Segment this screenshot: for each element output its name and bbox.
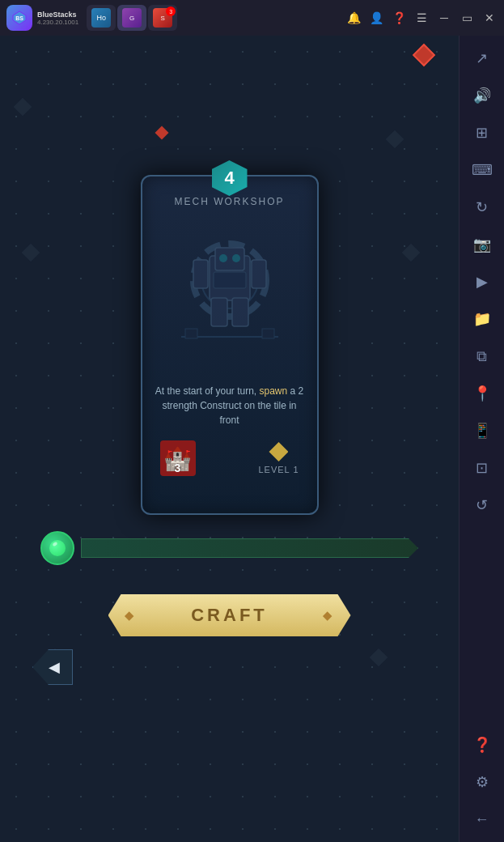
progress-orb-inner	[49, 540, 66, 556]
video-icon[interactable]: ▶	[466, 266, 498, 298]
card-artwork	[157, 215, 303, 377]
gamepad-icon[interactable]: ⊞	[466, 117, 498, 149]
svg-rect-19	[262, 329, 274, 338]
level-text: LEVEL 1	[258, 465, 299, 474]
svg-rect-16	[232, 298, 248, 326]
notification-badge: 3	[166, 6, 176, 16]
tab-list: Ho G S 3	[87, 5, 177, 31]
help-sidebar-icon[interactable]: ❓	[466, 729, 498, 761]
svg-point-11	[232, 254, 240, 262]
strength-badge: 🏰 3	[160, 440, 196, 476]
description-text-before: At the start of your turn,	[155, 385, 260, 397]
card-art-svg	[165, 223, 294, 369]
settings-icon[interactable]: ⚙	[466, 766, 498, 798]
app-name: BlueStacks	[37, 11, 78, 19]
card-description: At the start of your turn, spawn a 2 str…	[152, 377, 307, 434]
bluestacks-logo: BS	[6, 5, 32, 31]
cursor-icon[interactable]: ↗	[466, 42, 498, 74]
restore-icon[interactable]: ▭	[459, 10, 475, 26]
description-highlight: spawn	[260, 385, 288, 397]
keyboard-icon[interactable]: ⌨	[466, 154, 498, 186]
back-arrow-icon: ◀	[49, 658, 60, 676]
minimize-icon[interactable]: ─	[436, 10, 452, 26]
back-sidebar-icon[interactable]: ←	[466, 803, 498, 836]
level-info: LEVEL 1	[258, 442, 299, 474]
multi-instance-icon[interactable]: ⊡	[466, 452, 498, 484]
tab-game[interactable]: G	[117, 5, 146, 31]
progress-bar	[81, 538, 418, 558]
tab-home[interactable]: Ho	[87, 5, 116, 31]
svg-rect-18	[185, 329, 197, 338]
close-icon[interactable]: ✕	[481, 10, 498, 26]
copy-icon[interactable]: ⧉	[466, 340, 498, 372]
level-diamond-icon	[269, 442, 288, 461]
craft-button-label: CRAFT	[191, 605, 268, 626]
window-controls: 🔔 👤 ❓ ☰ ─ ▭ ✕	[345, 10, 498, 26]
tab-store[interactable]: S 3	[148, 5, 177, 31]
svg-rect-12	[214, 272, 246, 288]
volume-icon[interactable]: 🔊	[466, 79, 498, 112]
progress-orb	[40, 531, 74, 565]
svg-rect-14	[252, 260, 266, 288]
location-icon[interactable]: 📍	[466, 377, 498, 410]
card-name: MECH WORKSHOP	[174, 196, 284, 207]
svg-rect-15	[211, 298, 227, 326]
screenshot-icon[interactable]: 📷	[466, 228, 498, 261]
card-container: 4 MECH WORKSHOP	[141, 175, 319, 515]
card-frame: MECH WORKSHOP	[141, 175, 319, 515]
topbar: BS BlueStacks 4.230.20.1001 Ho G S 3 🔔 👤…	[0, 0, 504, 36]
card-cost-value: 4	[224, 168, 234, 189]
folder-icon[interactable]: 📁	[466, 303, 498, 335]
card-footer: 🏰 3 LEVEL 1	[152, 434, 307, 479]
right-sidebar: ↗ 🔊 ⊞ ⌨ ↻ 📷 ▶ 📁 ⧉ 📍 📱 ⊡ ↺ ❓ ⚙ ←	[459, 36, 504, 842]
progress-orb-outer	[40, 531, 74, 565]
refresh-icon[interactable]: ↺	[466, 489, 498, 521]
menu-icon[interactable]: ☰	[413, 10, 430, 26]
notifications-icon[interactable]: 🔔	[345, 10, 362, 26]
rotate-icon[interactable]: ↻	[466, 191, 498, 223]
phone-rotate-icon[interactable]: 📱	[466, 415, 498, 447]
app-version: 4.230.20.1001	[37, 19, 78, 26]
strength-value: 3	[175, 461, 181, 474]
svg-point-10	[219, 254, 227, 262]
game-area: 10 PLAYER-8570 ✏ 0 $	[0, 36, 459, 842]
svg-text:BS: BS	[15, 15, 23, 21]
svg-rect-13	[193, 260, 208, 288]
bluestacks-info: BlueStacks 4.230.20.1001	[37, 11, 78, 26]
help-icon[interactable]: ❓	[391, 10, 407, 26]
profile-icon[interactable]: 👤	[368, 10, 384, 26]
craft-button[interactable]: CRAFT	[108, 594, 351, 636]
